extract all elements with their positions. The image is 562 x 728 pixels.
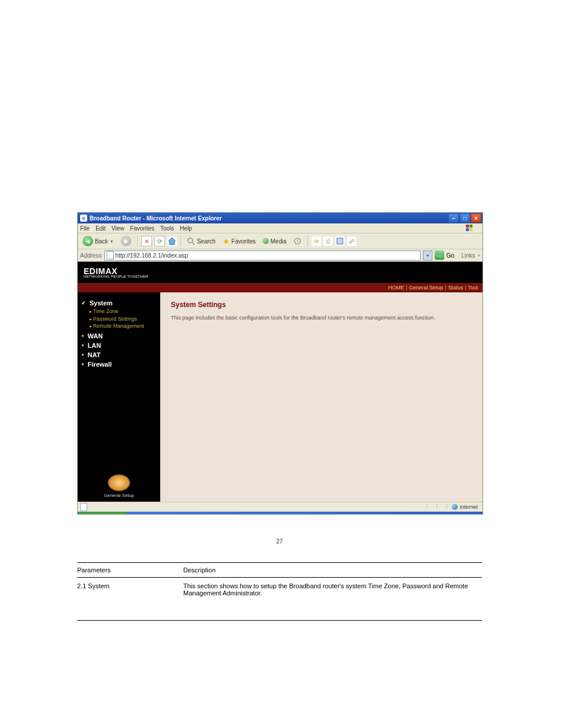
media-icon: [263, 238, 269, 244]
refresh-button[interactable]: ⟳: [154, 236, 165, 246]
ie-icon: e: [80, 215, 87, 222]
doc-row: 2.1 System This section shows how to set…: [77, 582, 482, 597]
favorites-label: Favorites: [232, 238, 256, 245]
status-page-icon: [80, 503, 87, 511]
toolbar-separator: [308, 235, 308, 247]
forward-icon: ►: [121, 236, 131, 246]
page-description: This page includes the basic configurati…: [171, 315, 472, 321]
links-chevron-icon[interactable]: »: [478, 253, 480, 258]
print-button[interactable]: ⎙: [323, 236, 333, 246]
stop-button[interactable]: ✕: [141, 236, 152, 246]
page-number: 27: [77, 538, 482, 545]
home-button[interactable]: [167, 236, 177, 246]
sidebar-footer: General Setup: [78, 474, 160, 498]
address-value: http://192.168.2.1/index.asp: [115, 252, 188, 259]
address-label: Address: [80, 252, 102, 259]
discuss-button[interactable]: ☍: [347, 236, 356, 246]
sidebar: System Time Zone Password Settings Remot…: [78, 292, 160, 502]
window-titlebar: e Broadband Router - Microsoft Internet …: [78, 213, 482, 223]
history-button[interactable]: [291, 236, 304, 246]
status-zone-label: Internet: [459, 504, 478, 510]
ie-window: e Broadband Router - Microsoft Internet …: [77, 212, 483, 515]
svg-point-4: [188, 238, 193, 243]
sidebar-item-system[interactable]: System: [81, 299, 157, 307]
gear-icon: [107, 474, 131, 492]
maximize-button[interactable]: □: [459, 213, 470, 223]
svg-rect-3: [470, 228, 472, 231]
sidebar-item-firewall[interactable]: Firewall: [81, 361, 157, 368]
svg-rect-1: [470, 225, 472, 228]
status-bar: Internet: [78, 502, 482, 512]
taskbar-sliver: [78, 512, 482, 514]
window-title: Broadband Router - Microsoft Internet Ex…: [90, 215, 448, 222]
favorites-button[interactable]: ★ Favorites: [220, 236, 258, 246]
table-header-param: Parameters: [77, 566, 183, 574]
main-panel: System Settings This page includes the b…: [160, 292, 482, 502]
menu-tools[interactable]: Tools: [160, 225, 174, 232]
edit-button[interactable]: [335, 236, 345, 246]
toolbar: ◄ Back ▼ ► ✕ ⟳ Search ★ Favorites: [78, 233, 482, 249]
star-icon: ★: [223, 237, 230, 246]
sidebar-item-remote-management[interactable]: Remote Management: [90, 322, 157, 330]
table-header-desc: Description: [183, 566, 216, 574]
top-nav: HOME| General Setup| Status| Tool: [78, 283, 482, 292]
sidebar-footer-label: General Setup: [104, 493, 134, 498]
media-label: Media: [270, 238, 286, 245]
links-label[interactable]: Links: [461, 252, 475, 259]
menu-view[interactable]: View: [111, 225, 124, 232]
menu-edit[interactable]: Edit: [95, 225, 105, 232]
address-bar: Address http://192.168.2.1/index.asp ▾ →…: [78, 249, 482, 262]
sidebar-item-password-settings[interactable]: Password Settings: [90, 315, 157, 323]
nav-tool[interactable]: Tool: [468, 285, 478, 291]
status-pane: [427, 504, 437, 510]
mail-button[interactable]: ✉: [312, 236, 321, 246]
chevron-down-icon: ▼: [110, 239, 114, 243]
svg-rect-2: [466, 228, 469, 231]
back-button[interactable]: ◄ Back ▼: [80, 235, 116, 247]
brand-bar: EDIMAX NETWORKING PEOPLE TOGETHER: [78, 262, 482, 283]
sidebar-item-time-zone[interactable]: Time Zone: [90, 308, 157, 315]
doc-row-param: 2.1 System: [77, 582, 183, 597]
page-heading: System Settings: [171, 301, 472, 309]
minimize-button[interactable]: –: [448, 213, 459, 223]
go-label: Go: [447, 252, 454, 259]
doc-table: Parameters Description: [77, 562, 482, 578]
page-content: EDIMAX NETWORKING PEOPLE TOGETHER HOME| …: [78, 262, 482, 502]
doc-row-desc: This section shows how to setup the Broa…: [183, 582, 482, 597]
history-icon: [293, 237, 302, 245]
nav-home[interactable]: HOME: [388, 285, 404, 291]
search-button[interactable]: Search: [184, 236, 218, 246]
status-pane: [437, 504, 447, 510]
go-button[interactable]: →: [435, 251, 444, 260]
menu-file[interactable]: File: [80, 225, 90, 232]
back-icon: ◄: [82, 236, 93, 246]
search-icon: [187, 237, 195, 245]
sidebar-item-wan[interactable]: WAN: [81, 332, 157, 340]
status-zone: Internet: [447, 504, 482, 510]
page-icon: [107, 251, 114, 259]
address-dropdown[interactable]: ▾: [423, 251, 432, 261]
menu-favorites[interactable]: Favorites: [130, 225, 154, 232]
address-input[interactable]: http://192.168.2.1/index.asp: [104, 251, 421, 261]
doc-bottom-rule: [77, 620, 482, 621]
menu-bar: File Edit View Favorites Tools Help: [78, 223, 482, 233]
media-button[interactable]: Media: [260, 238, 289, 245]
globe-icon: [452, 504, 458, 510]
forward-button[interactable]: ►: [118, 235, 134, 247]
back-label: Back: [95, 238, 108, 245]
windows-flag-icon: [465, 223, 474, 233]
sidebar-item-nat[interactable]: NAT: [81, 351, 157, 358]
svg-line-5: [192, 242, 194, 245]
svg-rect-0: [466, 225, 469, 228]
nav-status[interactable]: Status: [448, 285, 464, 291]
brand-tagline: NETWORKING PEOPLE TOGETHER: [84, 275, 148, 278]
sidebar-item-lan[interactable]: LAN: [81, 342, 157, 349]
close-button[interactable]: ×: [471, 213, 481, 223]
toolbar-separator: [180, 235, 181, 247]
menu-help[interactable]: Help: [180, 225, 192, 232]
toolbar-separator: [137, 235, 138, 247]
svg-rect-7: [337, 238, 343, 244]
nav-general-setup[interactable]: General Setup: [409, 285, 443, 291]
search-label: Search: [197, 238, 216, 245]
